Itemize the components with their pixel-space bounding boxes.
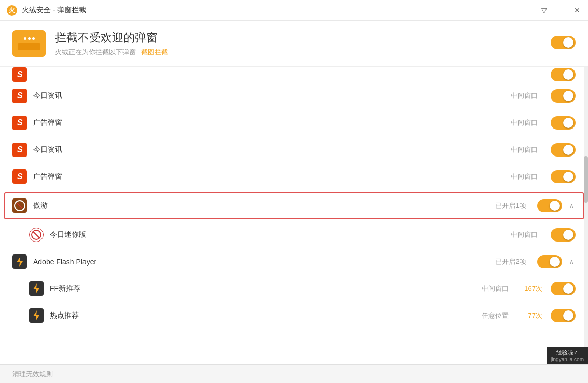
item-name: FF新推荐: [50, 284, 477, 293]
maximize-button[interactable]: ▽: [539, 6, 549, 15]
item-type: 中间窗口: [506, 230, 542, 239]
list-item-sub: 热点推荐 任意位置 77次: [0, 302, 588, 329]
item-type: 中间窗口: [477, 284, 513, 293]
item-toggle-area: [551, 68, 576, 81]
svg-marker-4: [17, 257, 23, 267]
header-content: 拦截不受欢迎的弹窗 火绒正在为你拦截以下弹窗 截图拦截: [55, 30, 168, 57]
item-toggle[interactable]: [551, 170, 576, 183]
subtitle-text: 火绒正在为你拦截以下弹窗: [55, 48, 136, 56]
item-toggle-area: [551, 170, 576, 183]
no-icon: [29, 228, 44, 242]
minimize-button[interactable]: —: [556, 6, 565, 15]
main-toggle[interactable]: [551, 36, 576, 49]
header-subtitle: 火绒正在为你拦截以下弹窗 截图拦截: [55, 48, 168, 57]
svg-text:火: 火: [8, 7, 16, 14]
icon-dots: [24, 37, 35, 40]
item-toggle[interactable]: [537, 199, 562, 212]
item-toggle-area: [551, 143, 576, 157]
clear-rules-link[interactable]: 清理无效规则: [12, 370, 53, 379]
scroll-thumb[interactable]: [584, 156, 588, 203]
item-type: 已开启1项: [493, 201, 529, 210]
item-toggle[interactable]: [551, 309, 576, 322]
list-item: S 今日资讯 中间窗口: [0, 82, 588, 109]
item-toggle-area: [551, 228, 576, 242]
item-type: 中间窗口: [506, 118, 542, 127]
svg-marker-6: [33, 310, 39, 321]
highlighted-row-wrapper: 傲游 已开启1项 ∧: [0, 190, 588, 221]
window-title: 火绒安全 - 弹窗拦截: [22, 6, 539, 15]
item-name: 傲游: [33, 201, 493, 210]
item-type: 中间窗口: [506, 145, 542, 154]
item-count: 77次: [522, 311, 542, 320]
item-toggle[interactable]: [551, 89, 576, 103]
watermark-line1: 经验啦✓: [556, 349, 578, 357]
item-toggle[interactable]: [537, 255, 562, 268]
item-toggle[interactable]: [551, 282, 576, 295]
item-toggle[interactable]: [551, 68, 576, 81]
header-section: 拦截不受欢迎的弹窗 火绒正在为你拦截以下弹窗 截图拦截: [0, 21, 588, 67]
sogou-icon: S: [12, 169, 27, 184]
item-name: 今日资讯: [33, 145, 506, 154]
close-button[interactable]: ✕: [572, 6, 582, 15]
icon-bar: [18, 43, 40, 50]
watermark-line2: jingyan.la.com: [551, 357, 584, 362]
item-toggle-area: [551, 89, 576, 103]
item-toggle-area: ∧: [537, 255, 576, 268]
item-count: 167次: [522, 284, 542, 293]
main-toggle-area: [551, 36, 576, 51]
s-letter: S: [17, 70, 23, 79]
app-logo: 火: [6, 5, 18, 16]
list-item: S: [0, 67, 588, 82]
no-circle-icon: [14, 200, 25, 211]
screenshot-intercept-link[interactable]: 截图拦截: [141, 48, 168, 56]
sogou-icon: S: [12, 67, 27, 82]
s-letter: S: [17, 172, 23, 181]
s-letter: S: [17, 145, 23, 154]
item-toggle[interactable]: [551, 143, 576, 157]
flash-icon-sub: [29, 281, 44, 296]
item-type: 任意位置: [477, 311, 513, 320]
page-title: 拦截不受欢迎的弹窗: [55, 30, 168, 46]
svg-marker-5: [33, 283, 39, 294]
list-item: S 今日资讯 中间窗口: [0, 136, 588, 163]
item-name: 今日资讯: [33, 91, 506, 101]
main-wrapper: 拦截不受欢迎的弹窗 火绒正在为你拦截以下弹窗 截图拦截 S S: [0, 21, 588, 383]
s-letter: S: [17, 118, 23, 127]
footer: 清理无效规则: [0, 364, 588, 383]
svg-line-3: [33, 232, 39, 238]
item-toggle-area: [551, 116, 576, 130]
item-toggle[interactable]: [551, 228, 576, 242]
aoyou-list-item: 傲游 已开启1项 ∧: [4, 192, 584, 219]
item-name: 广告弹窗: [33, 118, 506, 127]
item-type: 已开启2项: [493, 257, 529, 266]
list-item-sub: 今日迷你版 中间窗口: [0, 221, 588, 248]
flash-icon: [12, 254, 27, 269]
item-name: Adobe Flash Player: [33, 258, 493, 266]
item-name: 热点推荐: [50, 311, 477, 320]
dot-1: [24, 37, 26, 40]
flash-symbol: [32, 283, 41, 294]
flash-icon-sub: [29, 308, 44, 323]
item-toggle-area: [551, 309, 576, 322]
window-controls: ▽ — ✕: [539, 6, 582, 15]
sogou-icon: S: [12, 116, 27, 130]
sogou-icon: S: [12, 143, 27, 157]
title-bar: 火 火绒安全 - 弹窗拦截 ▽ — ✕: [0, 0, 588, 21]
flash-symbol: [15, 257, 24, 267]
list-item: S 广告弹窗 中间窗口: [0, 163, 588, 190]
list-item: S 广告弹窗 中间窗口: [0, 109, 588, 136]
dot-2: [28, 37, 31, 40]
item-type: 中间窗口: [506, 172, 542, 181]
flash-symbol: [32, 310, 41, 321]
scroll-track[interactable]: [584, 67, 588, 364]
collapse-button[interactable]: ∧: [567, 258, 576, 266]
collapse-button[interactable]: ∧: [567, 202, 576, 210]
aoyou-icon: [12, 198, 27, 213]
item-toggle[interactable]: [551, 116, 576, 130]
item-type: 中间窗口: [506, 91, 542, 101]
flash-player-item: Adobe Flash Player 已开启2项 ∧: [0, 248, 588, 275]
list-item-sub: FF新推荐 中间窗口 167次: [0, 275, 588, 302]
popup-list: S S 今日资讯 中间窗口 S 广告弹窗 中间窗口: [0, 67, 588, 364]
dot-3: [32, 37, 35, 40]
watermark: 经验啦✓ jingyan.la.com: [547, 347, 588, 364]
